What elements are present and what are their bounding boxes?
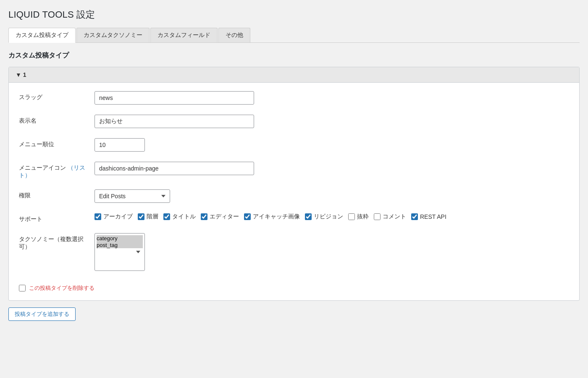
- support-thumbnail[interactable]: アイキャッチ画像: [244, 213, 300, 220]
- support-hierarchy-checkbox[interactable]: [138, 213, 144, 220]
- slug-label: スラッグ: [19, 91, 94, 101]
- support-thumbnail-checkbox[interactable]: [244, 213, 251, 220]
- permission-control: Edit Posts Manage Options Read: [94, 189, 569, 203]
- menu-order-label: メニュー順位: [19, 138, 94, 148]
- menu-icon-label: メニューアイコン （リスト）: [19, 162, 94, 179]
- collapse-icon[interactable]: ▼ 1: [16, 71, 26, 78]
- slug-input[interactable]: [94, 91, 254, 105]
- support-editor[interactable]: エディター: [201, 213, 239, 220]
- support-revision-checkbox[interactable]: [305, 213, 312, 220]
- slug-row: スラッグ: [19, 91, 569, 105]
- taxonomy-label: タクソノミー（複数選択可）: [19, 233, 94, 251]
- delete-row: この投稿タイプを削除する: [19, 281, 569, 292]
- support-revision[interactable]: リビジョン: [305, 213, 343, 220]
- tab-other[interactable]: その他: [218, 28, 250, 42]
- support-row: サポート アーカイブ 階層 タイトル: [19, 213, 569, 223]
- support-rest-api[interactable]: REST API: [411, 213, 446, 220]
- support-editor-checkbox[interactable]: [201, 213, 207, 220]
- tab-custom-field[interactable]: カスタムフィールド: [150, 28, 218, 42]
- support-title-checkbox[interactable]: [163, 213, 170, 220]
- taxonomy-row: タクソノミー（複数選択可） category post_tag: [19, 233, 569, 271]
- menu-icon-control: [94, 162, 569, 175]
- tab-custom-post-type[interactable]: カスタム投稿タイプ: [8, 28, 76, 43]
- permission-row: 権限 Edit Posts Manage Options Read: [19, 189, 569, 203]
- page-wrapper: LIQUID TOOLS 設定 カスタム投稿タイプ カスタムタクソノミー カスタ…: [8, 8, 580, 321]
- display-name-control: [94, 115, 569, 128]
- menu-order-input[interactable]: [94, 138, 145, 152]
- display-name-label: 表示名: [19, 115, 94, 125]
- page-title: LIQUID TOOLS 設定: [8, 8, 580, 21]
- add-post-type-button[interactable]: 投稿タイプを追加する: [8, 307, 76, 321]
- menu-order-control: [94, 138, 569, 152]
- tabs-container: カスタム投稿タイプ カスタムタクソノミー カスタムフィールド その他: [8, 28, 580, 43]
- card-header: ▼ 1: [9, 67, 579, 83]
- tab-custom-taxonomy[interactable]: カスタムタクソノミー: [76, 28, 150, 42]
- support-archive[interactable]: アーカイブ: [94, 213, 133, 220]
- card-body: スラッグ 表示名 メニュー順位: [9, 83, 579, 300]
- support-hierarchy[interactable]: 階層: [138, 213, 158, 220]
- section-title: カスタム投稿タイプ: [8, 51, 580, 60]
- support-rest-api-checkbox[interactable]: [411, 213, 418, 220]
- menu-order-row: メニュー順位: [19, 138, 569, 152]
- display-name-row: 表示名: [19, 115, 569, 128]
- support-excerpt[interactable]: 抜粋: [348, 213, 369, 220]
- menu-icon-row: メニューアイコン （リスト）: [19, 162, 569, 179]
- permission-label: 権限: [19, 189, 94, 200]
- support-checkbox-group: アーカイブ 階層 タイトル エディター: [94, 213, 569, 220]
- menu-icon-input[interactable]: [94, 162, 254, 175]
- taxonomy-select[interactable]: category post_tag: [94, 233, 145, 271]
- delete-checkbox[interactable]: [19, 285, 26, 291]
- support-comment[interactable]: コメント: [374, 213, 406, 220]
- support-title[interactable]: タイトル: [163, 213, 196, 220]
- support-comment-checkbox[interactable]: [374, 213, 381, 220]
- support-archive-checkbox[interactable]: [94, 213, 101, 220]
- support-control: アーカイブ 階層 タイトル エディター: [94, 213, 569, 220]
- post-type-card: ▼ 1 スラッグ 表示名 メニュー順位: [8, 67, 580, 301]
- delete-label: この投稿タイプを削除する: [29, 284, 94, 292]
- slug-control: [94, 91, 569, 105]
- support-excerpt-checkbox[interactable]: [348, 213, 355, 220]
- display-name-input[interactable]: [94, 115, 254, 128]
- taxonomy-control: category post_tag: [94, 233, 569, 271]
- support-label: サポート: [19, 213, 94, 223]
- permission-select[interactable]: Edit Posts Manage Options Read: [94, 189, 170, 203]
